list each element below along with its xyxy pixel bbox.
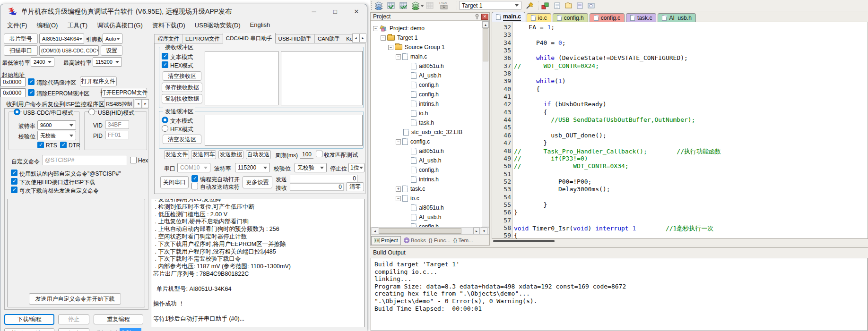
status-log[interactable]: . 复位引脚用为I/O,复位脚 . 检测到低压时不复位,可产生低压中断 . 低压… [151,199,365,327]
send-cr-button[interactable]: 发送回车 [191,150,216,159]
eeprom-addr-input[interactable]: 0x0000 [0,88,26,97]
tree-item-config.h[interactable]: config.h [403,165,439,175]
menu-item-2[interactable]: 工具(T) [62,20,92,30]
asst-tab-scroll-right-icon[interactable]: ▸ [359,34,366,42]
send-custom-cmd-button[interactable]: 发送用户自定义命令并开始下载 [29,293,121,305]
expander-icon[interactable]: − [396,139,401,144]
editor-tab-AI_usb.h[interactable]: AI_usb.h [658,13,695,22]
clear-recv-button[interactable]: 清空接收区 [163,71,201,81]
tree-hscrollbar[interactable]: ◂ ▸ ▾ [371,227,489,235]
tree-item-stc_usb_cdc_32.LIB[interactable]: stc_usb_cdc_32.LIB [396,127,462,137]
pin-icon[interactable] [474,14,480,20]
tree-item-task.h[interactable]: task.h [403,118,434,127]
recv-hex-area[interactable] [281,51,363,105]
maximize-button[interactable]: □ [325,5,345,17]
tree-item-AI_usb.h[interactable]: AI_usb.h [403,71,441,80]
tree-item-Source Group 1[interactable]: −Source Group 1 [388,42,445,52]
tree-item-ai8051u.h[interactable]: ai8051u.h [403,203,444,212]
open-program-button[interactable]: 打开程序文件 [80,76,117,86]
tree-item-config.h[interactable]: config.h [403,80,439,90]
assistant-tab-2[interactable]: CDC/HID-串口助手 [223,33,276,43]
send-before-checkbox[interactable] [11,187,17,193]
tree-item-io.h[interactable]: io.h [403,109,428,118]
tree-item-Target 1[interactable]: −Target 1 [381,33,417,42]
menu-item-3[interactable]: 调试仿真接口(G) [92,20,148,30]
send-text-area[interactable] [205,115,363,146]
assistant-tab-4[interactable]: CAN助手 [314,34,343,43]
editor-tab-io.c[interactable]: io.c [527,13,551,22]
download-flash-icon[interactable]: LOAD [437,0,452,10]
editor-tab-config.h[interactable]: config.h [553,13,588,22]
file-icon-2[interactable] [563,1,574,10]
default-cmd-checkbox[interactable] [11,170,17,176]
target-select-combo[interactable]: Target 1 [459,1,521,10]
editor-tab-main.c[interactable]: main.c [492,12,525,22]
editor-tab-config.c[interactable]: config.c [590,13,625,22]
serial-baud-combo[interactable]: 115200 [235,163,270,172]
clear-count-button[interactable]: 清零 [346,182,364,191]
save-recv-button[interactable]: 保存接收数据 [162,83,202,92]
asst-tab-scroll-left-icon[interactable]: ◂ [352,34,359,42]
expander-icon[interactable]: − [396,54,401,59]
scan-port-button[interactable]: 扫描串口 [4,45,38,56]
expander-icon[interactable]: − [373,26,378,31]
check-mcu-button[interactable]: 检测MCU选项 [4,328,54,331]
editor-tab-task.c[interactable]: task.c [626,13,656,22]
expander-icon[interactable]: − [381,35,386,41]
repeat-program-button[interactable]: 重复编程 [94,314,143,324]
expander-icon[interactable]: − [388,45,393,50]
min-baud-combo[interactable]: 2400 [31,57,54,67]
copy-recv-button[interactable]: 复制接收数据 [162,94,202,103]
expander-icon[interactable]: − [396,196,401,201]
tree-item-ai8051u.h[interactable]: ai8051u.h [403,146,444,156]
recv-hex-mode-checkbox[interactable] [162,61,168,68]
port-combo[interactable]: (COM10) USB-CDC, CDC [39,45,99,56]
port-settings-button[interactable]: 设置 [101,45,122,56]
tab-isp-monitor[interactable]: 收到用户命令后复位到ISP监控程序区 [6,101,104,109]
assistant-tab-5[interactable]: Keil仿真设置 [343,34,352,43]
tab-templates[interactable]: {} Tem... [453,236,473,245]
assistant-tab-1[interactable]: EEPROM文件 [182,34,223,43]
tab-project[interactable]: Project [371,236,401,245]
menu-item-5[interactable]: USB驱动安装(D) [190,20,245,30]
chip-model-combo[interactable]: AI8051U-34K64 [39,34,84,44]
pins-combo[interactable]: Auto [103,34,122,44]
send-text-mode-radio[interactable] [162,117,168,123]
custom-cmd-input[interactable]: @STCISP# [42,155,127,165]
close-panel-icon[interactable]: ✕ [481,14,488,20]
code-addr-input[interactable]: 0x0000 [0,77,26,86]
send-hex-mode-radio[interactable] [162,125,168,132]
tree-item-main.c[interactable]: −main.c [396,52,427,61]
isp-parity-combo[interactable]: 无校验 [37,131,76,140]
tab-books[interactable]: Books [402,236,428,245]
rebuild-icon[interactable] [398,1,409,10]
menu-item-1[interactable]: 编程(O) [32,20,63,30]
usb-cdc-mode-radio[interactable] [14,109,20,115]
rts-checkbox[interactable] [37,142,44,148]
tree-item-io.c[interactable]: −io.c [396,194,419,203]
recv-text-area[interactable] [205,51,278,105]
chip-model-button[interactable]: 芯片型号 [4,34,38,44]
file-icon-3[interactable] [574,1,586,10]
menu-item-4[interactable]: 资料下载(D) [148,20,190,30]
menu-item-0[interactable]: 文件(F) [2,20,32,30]
match-test-checkbox[interactable] [316,151,322,157]
build-output-content[interactable]: Build target 'Target 1' compiling io.c..… [371,258,868,331]
file-icon-1[interactable] [552,1,563,10]
period-input[interactable]: 100 [300,151,313,159]
batch-build-icon[interactable] [410,1,421,10]
send-data-button[interactable]: 发送数据 [218,150,243,159]
build-icon[interactable] [385,1,397,10]
vid-field[interactable]: 34BF [105,120,129,129]
tab-scroll-right-icon[interactable]: ▸ [142,99,149,108]
tree-item-AI_usb.h[interactable]: AI_usb.h [403,156,441,165]
file-icon-4[interactable] [586,1,597,10]
download-button[interactable]: 下载/编程 [4,314,54,325]
tree-item-intrins.h[interactable]: intrins.h [403,175,439,184]
send-file-button[interactable]: 发送文件 [164,150,189,159]
tree-item-config.c[interactable]: −config.c [396,137,430,146]
code-text[interactable]: EA = 1; P40 = 0; while (DeviceState!=DEV… [514,24,721,240]
help-button[interactable]: 帮助 [58,328,89,331]
dtr-checkbox[interactable] [60,142,67,148]
minimize-button[interactable]: ─ [304,5,324,17]
